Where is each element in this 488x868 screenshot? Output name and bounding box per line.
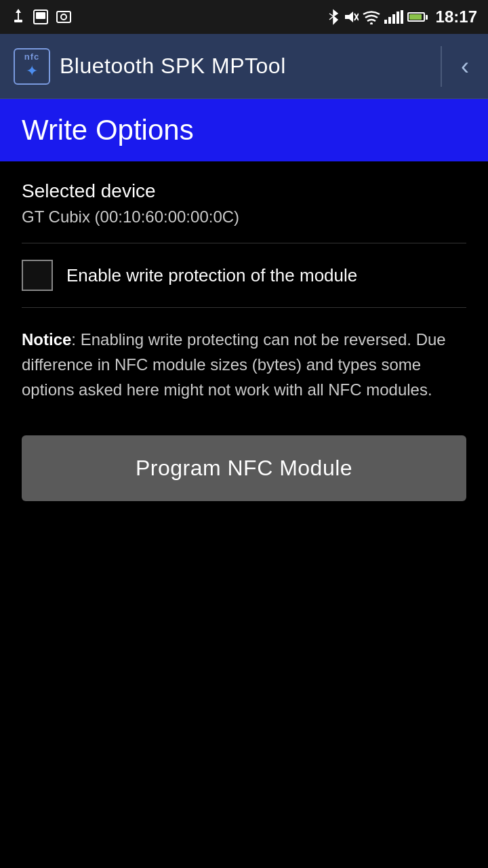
sim-icon [33,9,49,25]
status-time: 18:17 [436,7,477,26]
divider-2 [22,307,466,308]
app-title: Bluetooth SPK MPTool [60,54,286,79]
notice-bold: Notice [22,330,71,349]
app-bar-logo: nfc ✦ Bluetooth SPK MPTool [14,48,427,85]
usb-icon [11,7,26,26]
write-protection-row[interactable]: Enable write protection of the module [22,260,466,291]
status-bar-right: 18:17 [327,7,477,26]
photo-icon [56,9,72,25]
nfc-logo: nfc ✦ [14,48,50,85]
wifi-icon [363,9,380,24]
mute-icon [344,9,359,24]
app-bar-divider [441,46,442,87]
content: Selected device GT Cubix (00:10:60:00:00… [0,161,488,520]
program-nfc-button[interactable]: Program NFC Module [22,435,466,501]
notice-body: : Enabling write protecting can not be r… [22,330,446,399]
svg-rect-0 [14,20,22,22]
svg-point-4 [61,14,66,20]
svg-marker-5 [345,12,353,22]
selected-device-section: Selected device GT Cubix (00:10:60:00:00… [22,180,466,226]
selected-device-label: Selected device [22,180,466,202]
selected-device-value: GT Cubix (00:10:60:00:00:0C) [22,208,466,226]
nfc-bt-icon: ✦ [26,62,38,80]
back-button[interactable]: ‹ [455,49,474,84]
signal-bars-icon [384,10,403,24]
divider-1 [22,243,466,243]
notice-text: Notice: Enabling write protecting can no… [22,327,466,403]
status-bar: 18:17 [0,0,488,34]
svg-rect-3 [57,12,70,22]
section-title: Write Options [22,114,194,146]
write-protection-label: Enable write protection of the module [66,265,357,286]
battery-icon [407,12,428,22]
svg-rect-2 [36,12,45,19]
svg-point-8 [370,22,373,24]
bluetooth-icon [327,9,340,25]
write-protection-checkbox[interactable] [22,260,53,291]
status-bar-left [11,7,72,26]
section-header: Write Options [0,99,488,161]
app-bar: nfc ✦ Bluetooth SPK MPTool ‹ [0,34,488,99]
nfc-logo-text: nfc [24,52,40,61]
